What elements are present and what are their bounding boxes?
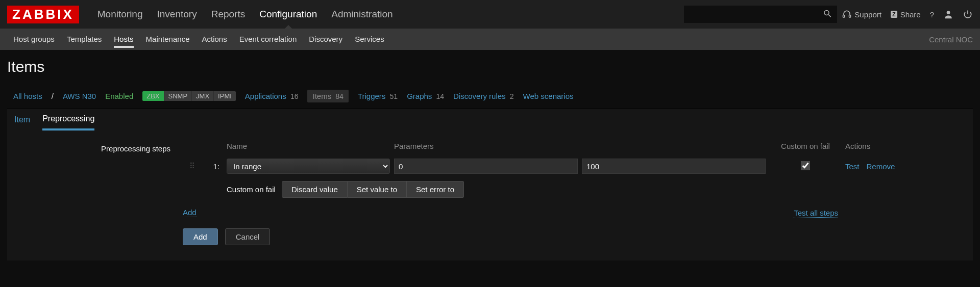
edit-tabs: Item Preprocessing <box>7 109 973 131</box>
discovery-count: 2 <box>510 92 514 100</box>
power-icon[interactable] <box>963 9 973 19</box>
subnav-discovery[interactable]: Discovery <box>303 29 349 50</box>
step-param2-input[interactable] <box>582 159 766 174</box>
host-status-enabled: Enabled <box>105 92 133 100</box>
svg-point-4 <box>947 11 950 14</box>
nav-monitoring[interactable]: Monitoring <box>90 0 150 29</box>
hostbar-items[interactable]: Items 84 <box>307 90 348 102</box>
interface-tags: ZBX SNMP JMX IPMI <box>142 91 236 101</box>
svg-rect-2 <box>843 15 845 18</box>
triggers-link[interactable]: Triggers <box>358 92 385 100</box>
nav-reports[interactable]: Reports <box>204 0 253 29</box>
tag-zbx[interactable]: ZBX <box>142 91 163 101</box>
form-area: Preprocessing steps Name Parameters Cust… <box>7 131 973 260</box>
applications-count: 16 <box>290 92 299 100</box>
step-number: 1: <box>202 162 223 171</box>
cof-set-value-to-button[interactable]: Set value to <box>348 181 407 198</box>
tag-jmx[interactable]: JMX <box>191 91 213 101</box>
nav-inventory[interactable]: Inventory <box>150 0 204 29</box>
test-all-steps-link[interactable]: Test all steps <box>794 208 838 218</box>
breadcrumb-sep: / <box>52 92 54 100</box>
page-title: Items <box>7 58 973 75</box>
subnav-actions[interactable]: Actions <box>196 29 233 50</box>
step-param1-input[interactable] <box>394 159 578 174</box>
host-bar: All hosts / AWS N30 Enabled ZBX SNMP JMX… <box>7 86 973 107</box>
tab-item[interactable]: Item <box>14 115 30 129</box>
help-link[interactable]: ? <box>930 10 934 19</box>
subnav-templates[interactable]: Templates <box>61 29 108 50</box>
graphs-link[interactable]: Graphs <box>407 92 432 100</box>
share-label: Share <box>900 10 921 19</box>
hostbar-triggers[interactable]: Triggers 51 <box>358 92 398 100</box>
applications-link[interactable]: Applications <box>245 92 286 100</box>
search-wrap <box>684 6 837 23</box>
subnav-services[interactable]: Services <box>349 29 390 50</box>
svg-rect-3 <box>849 15 851 18</box>
hostbar-discovery[interactable]: Discovery rules 2 <box>453 92 514 100</box>
hostbar-applications[interactable]: Applications 16 <box>245 92 299 100</box>
top-right: Support Z Share ? <box>842 9 973 19</box>
col-actions: Actions <box>845 142 906 155</box>
subnav-host-groups[interactable]: Host groups <box>7 29 61 50</box>
nav-administration[interactable]: Administration <box>324 0 400 29</box>
breadcrumb-all-hosts[interactable]: All hosts <box>13 92 42 100</box>
inner-panel: Item Preprocessing Preprocessing steps N… <box>7 109 973 260</box>
step-remove-link[interactable]: Remove <box>867 162 895 171</box>
tag-ipmi[interactable]: IPMI <box>213 91 236 101</box>
col-cof: Custom on fail <box>770 142 841 155</box>
cancel-button[interactable]: Cancel <box>225 228 271 245</box>
subnav-right-label: Central NOC <box>929 35 973 44</box>
drag-handle-icon[interactable]: ⠿ <box>187 164 198 169</box>
share-link[interactable]: Z Share <box>891 10 921 19</box>
graphs-count: 14 <box>436 92 445 100</box>
cof-label: Custom on fail <box>227 185 276 194</box>
share-badge-icon: Z <box>891 11 897 18</box>
discovery-link[interactable]: Discovery rules <box>453 92 506 100</box>
items-link[interactable]: Items <box>312 92 331 100</box>
items-count: 84 <box>335 92 344 100</box>
support-link[interactable]: Support <box>842 10 881 19</box>
user-icon[interactable] <box>943 9 953 19</box>
subnav-maintenance[interactable]: Maintenance <box>140 29 196 50</box>
sub-nav: Host groups Templates Hosts Maintenance … <box>0 29 980 50</box>
topbar: ZABBIX Monitoring Inventory Reports Conf… <box>0 0 980 29</box>
tab-preprocessing[interactable]: Preprocessing <box>42 114 94 131</box>
tag-snmp[interactable]: SNMP <box>164 91 192 101</box>
headset-icon <box>842 10 851 19</box>
step-row-1: ⠿ 1: In range Test Remov <box>14 159 966 174</box>
breadcrumb-host[interactable]: AWS N30 <box>63 92 96 100</box>
webscenarios-link[interactable]: Web scenarios <box>523 92 574 100</box>
search-input[interactable] <box>684 6 837 23</box>
main-nav: Monitoring Inventory Reports Configurati… <box>90 0 400 29</box>
col-params: Parameters <box>394 142 578 155</box>
col-name: Name <box>227 142 390 155</box>
cof-discard-value-button[interactable]: Discard value <box>282 181 348 198</box>
triggers-count: 51 <box>390 92 398 100</box>
custom-on-fail-checkbox[interactable] <box>801 161 810 170</box>
subnav-event-correlation[interactable]: Event correlation <box>233 29 303 50</box>
submit-add-button[interactable]: Add <box>183 228 218 245</box>
step-test-link[interactable]: Test <box>845 162 860 171</box>
page: Items All hosts / AWS N30 Enabled ZBX SN… <box>0 50 980 269</box>
cof-segmented: Discard value Set value to Set error to <box>282 181 464 198</box>
nav-configuration[interactable]: Configuration <box>252 0 324 29</box>
step-type-select[interactable]: In range <box>227 159 390 174</box>
zabbix-logo[interactable]: ZABBIX <box>7 6 79 23</box>
cof-set-error-to-button[interactable]: Set error to <box>407 181 464 198</box>
subnav-hosts[interactable]: Hosts <box>108 29 139 50</box>
support-label: Support <box>854 10 881 19</box>
hostbar-graphs[interactable]: Graphs 14 <box>407 92 444 100</box>
steps-label: Preprocessing steps <box>14 144 183 153</box>
add-step-link[interactable]: Add <box>183 208 197 217</box>
